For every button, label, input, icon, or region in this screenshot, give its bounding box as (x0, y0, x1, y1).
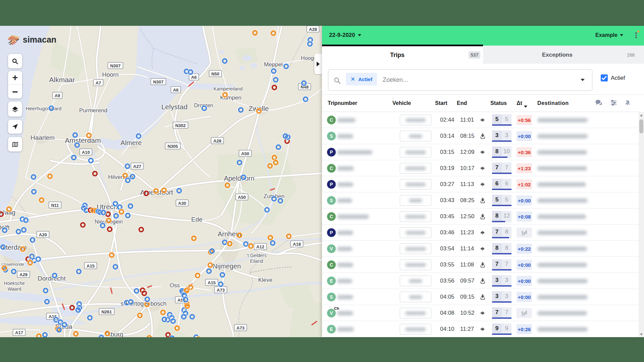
svg-text:A12: A12 (256, 244, 264, 249)
svg-text:Purmerend: Purmerend (79, 107, 107, 114)
svg-text:A28: A28 (213, 138, 221, 143)
svg-text:A6: A6 (191, 75, 197, 80)
svg-text:A27: A27 (133, 164, 141, 169)
svg-text:Hoorn: Hoorn (102, 71, 118, 78)
svg-text:A73: A73 (236, 325, 245, 330)
svg-text:A73: A73 (217, 288, 225, 293)
svg-text:Almere: Almere (120, 139, 142, 146)
svg-text:A15: A15 (87, 263, 95, 268)
svg-text:A50: A50 (238, 195, 246, 200)
svg-text:Ede: Ede (191, 216, 203, 223)
svg-text:Kampereiland: Kampereiland (214, 86, 243, 92)
svg-text:A9: A9 (55, 93, 60, 98)
svg-text:A15: A15 (208, 280, 216, 285)
svg-text:N261: N261 (101, 309, 112, 314)
svg-text:A18: A18 (293, 242, 301, 247)
svg-text:A10: A10 (82, 150, 90, 155)
svg-text:'t Gelders: 't Gelders (247, 253, 266, 258)
svg-text:N307: N307 (110, 63, 120, 68)
svg-text:Alkmaar: Alkmaar (49, 76, 75, 83)
svg-text:Nijmegen: Nijmegen (213, 262, 241, 270)
svg-text:Meppel: Meppel (264, 61, 283, 68)
svg-text:N305: N305 (167, 144, 178, 149)
svg-text:A7: A7 (96, 80, 101, 85)
svg-text:Eiland: Eiland (250, 258, 263, 264)
svg-text:Lelystad: Lelystad (161, 103, 187, 111)
svg-text:Amsterdam: Amsterdam (65, 136, 101, 144)
svg-text:Oss: Oss (170, 282, 180, 289)
svg-text:A29: A29 (19, 272, 28, 277)
svg-text:N307: N307 (153, 79, 163, 84)
svg-text:Haarlem: Haarlem (31, 134, 55, 141)
svg-text:Apeldoorn: Apeldoorn (224, 175, 254, 182)
svg-text:Waard: Waard (8, 286, 21, 292)
svg-text:Hoeksche: Hoeksche (4, 281, 25, 286)
svg-text:A17: A17 (15, 330, 23, 335)
svg-text:N302: N302 (175, 123, 185, 128)
svg-text:A20: A20 (39, 232, 47, 237)
svg-text:N50: N50 (211, 71, 219, 76)
svg-text:Heerhugowaard: Heerhugowaard (26, 106, 62, 111)
svg-text:N11: N11 (51, 203, 59, 208)
svg-text:A30: A30 (178, 201, 186, 206)
svg-text:A28: A28 (309, 27, 317, 32)
svg-text:Kleve: Kleve (258, 277, 273, 283)
svg-text:A6: A6 (173, 87, 179, 93)
svg-text:A50: A50 (241, 151, 249, 156)
